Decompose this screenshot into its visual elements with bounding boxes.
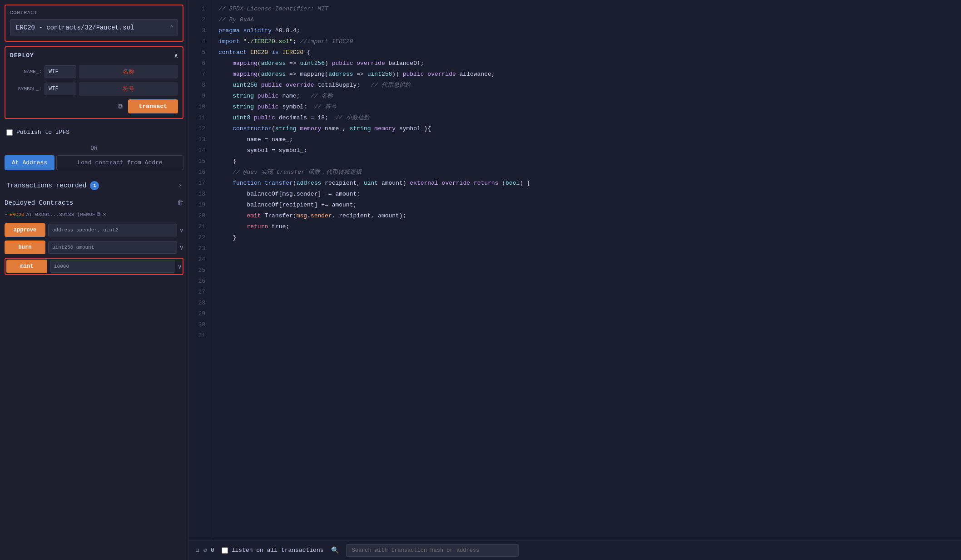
approve-input[interactable] bbox=[48, 224, 177, 236]
listen-checkbox[interactable] bbox=[222, 547, 228, 554]
code-line: mapping(address => uint256) public overr… bbox=[218, 58, 954, 69]
code-line: pragma solidity ^0.8.4; bbox=[218, 25, 954, 36]
transactions-badge: 1 bbox=[90, 181, 99, 190]
double-chevron-icon[interactable]: ⇊ bbox=[196, 546, 199, 554]
deployed-contract-chevron-icon[interactable]: ▾ bbox=[5, 211, 8, 217]
symbol-field-row: SYMBOL_: 符号 bbox=[10, 82, 178, 96]
deploy-section: DEPLOY ∧ NAME_: 名称 SYMBOL_: 符号 ⧉ transac… bbox=[5, 46, 183, 119]
symbol-placeholder: 符号 bbox=[79, 82, 178, 96]
approve-button[interactable]: approve bbox=[5, 223, 45, 237]
symbol-input[interactable] bbox=[45, 83, 76, 95]
line-numbers: 1234567891011121314151617181920212223242… bbox=[188, 0, 211, 540]
deploy-title: DEPLOY bbox=[10, 52, 34, 59]
no-entry-icon[interactable]: ⊘ bbox=[203, 546, 207, 554]
code-line: // SPDX-License-Identifier: MIT bbox=[218, 4, 954, 15]
contract-select-wrapper: ERC20 - contracts/32/Faucet.sol ⌃ bbox=[10, 19, 178, 36]
bottom-bar: ⇊ ⊘ 0 listen on all transactions 🔍 bbox=[188, 540, 961, 560]
symbol-label: SYMBOL_: bbox=[10, 86, 42, 92]
code-line: contract ERC20 is IERC20 { bbox=[218, 47, 954, 58]
code-line: uint256 public override totalSupply; // … bbox=[218, 80, 954, 91]
code-line: // @dev 实现`transfer`函数，代币转账逻辑 bbox=[218, 167, 954, 178]
transactions-section[interactable]: Transactions recorded 1 › bbox=[5, 177, 183, 194]
code-line: constructor(string memory name_, string … bbox=[218, 123, 954, 134]
deployed-section: Deployed Contracts 🗑 ▾ ERC20 AT 0XD91...… bbox=[5, 199, 183, 279]
code-content[interactable]: // SPDX-License-Identifier: MIT// By 0xA… bbox=[211, 0, 961, 540]
contract-section: CONTRACT ERC20 - contracts/32/Faucet.sol… bbox=[5, 5, 183, 42]
burn-chevron-icon[interactable]: ∨ bbox=[180, 244, 183, 251]
bottom-count: 0 bbox=[211, 547, 214, 554]
or-divider: OR bbox=[5, 145, 183, 152]
name-input[interactable] bbox=[45, 65, 76, 78]
contract-label: CONTRACT bbox=[10, 10, 178, 15]
address-tabs: At Address Load contract from Addre bbox=[5, 155, 183, 170]
editor-panel: 1234567891011121314151617181920212223242… bbox=[188, 0, 961, 560]
code-line: // By 0xAA bbox=[218, 15, 954, 25]
deploy-chevron-icon[interactable]: ∧ bbox=[174, 52, 178, 59]
code-line: mapping(address => mapping(address => ui… bbox=[218, 69, 954, 80]
transact-button[interactable]: transact bbox=[128, 99, 178, 113]
bottom-icons: ⇊ ⊘ 0 bbox=[196, 546, 214, 554]
transact-row: ⧉ transact bbox=[10, 99, 178, 113]
deployed-contract-close-icon[interactable]: ✕ bbox=[103, 211, 106, 218]
ipfs-label: Publish to IPFS bbox=[16, 129, 69, 136]
transactions-left: Transactions recorded 1 bbox=[6, 181, 99, 190]
code-line: function transfer(address recipient, uin… bbox=[218, 178, 954, 189]
load-contract-tab[interactable]: Load contract from Addre bbox=[56, 155, 183, 170]
burn-method-row: burn ∨ bbox=[5, 241, 183, 254]
code-line: emit Transfer(msg.sender, recipient, amo… bbox=[218, 211, 954, 221]
deploy-header: DEPLOY ∧ bbox=[10, 52, 178, 59]
deployed-title: Deployed Contracts bbox=[5, 199, 73, 206]
burn-input[interactable] bbox=[48, 241, 177, 254]
search-icon: 🔍 bbox=[331, 546, 339, 554]
code-line: balanceOf[msg.sender] -= amount; bbox=[218, 189, 954, 200]
code-line: import "./IERC20.sol"; //import IERC20 bbox=[218, 36, 954, 47]
at-address-tab[interactable]: At Address bbox=[5, 155, 54, 170]
name-field-row: NAME_: 名称 bbox=[10, 65, 178, 79]
code-line: symbol = symbol_; bbox=[218, 145, 954, 156]
name-placeholder: 名称 bbox=[79, 65, 178, 79]
deployed-contract-row: ▾ ERC20 AT 0XD91...39138 (MEMOF ⧉ ✕ bbox=[5, 211, 183, 218]
deployed-contract-copy-icon[interactable]: ⧉ bbox=[97, 211, 101, 218]
bottom-listen: listen on all transactions bbox=[222, 547, 324, 554]
name-label: NAME_: bbox=[10, 69, 42, 74]
ipfs-checkbox[interactable] bbox=[6, 129, 13, 136]
code-line: return true; bbox=[218, 221, 954, 232]
code-line: name = name_; bbox=[218, 134, 954, 145]
transactions-chevron-icon: › bbox=[178, 182, 182, 189]
mint-button[interactable]: mint bbox=[6, 260, 47, 273]
search-input[interactable] bbox=[346, 544, 519, 557]
copy-deploy-button[interactable]: ⧉ bbox=[116, 101, 124, 112]
code-line: string public symbol; // 符号 bbox=[218, 102, 954, 113]
code-line: string public name; // 名称 bbox=[218, 91, 954, 102]
approve-method-row: approve ∨ bbox=[5, 223, 183, 237]
mint-chevron-icon[interactable]: ∨ bbox=[178, 263, 182, 270]
code-area: 1234567891011121314151617181920212223242… bbox=[188, 0, 961, 540]
transactions-title: Transactions recorded bbox=[6, 182, 86, 189]
deployed-contract-address: AT 0XD91...39138 (MEMOF bbox=[26, 212, 95, 217]
mint-input[interactable] bbox=[50, 260, 175, 273]
code-line: balanceOf[recipient] += amount; bbox=[218, 200, 954, 211]
deployed-header: Deployed Contracts 🗑 bbox=[5, 199, 183, 206]
burn-button[interactable]: burn bbox=[5, 241, 45, 254]
contract-select[interactable]: ERC20 - contracts/32/Faucet.sol bbox=[10, 19, 178, 36]
approve-chevron-icon[interactable]: ∨ bbox=[180, 226, 183, 234]
code-line: uint8 public decimals = 18; // 小数位数 bbox=[218, 113, 954, 123]
listen-label: listen on all transactions bbox=[232, 547, 324, 554]
deployed-contract-name: ERC20 bbox=[10, 212, 25, 217]
ipfs-row: Publish to IPFS bbox=[5, 129, 183, 136]
sidebar: CONTRACT ERC20 - contracts/32/Faucet.sol… bbox=[0, 0, 188, 560]
code-line: } bbox=[218, 232, 954, 243]
code-line: } bbox=[218, 156, 954, 167]
trash-icon[interactable]: 🗑 bbox=[177, 199, 183, 206]
mint-method-row: mint ∨ bbox=[5, 258, 183, 275]
